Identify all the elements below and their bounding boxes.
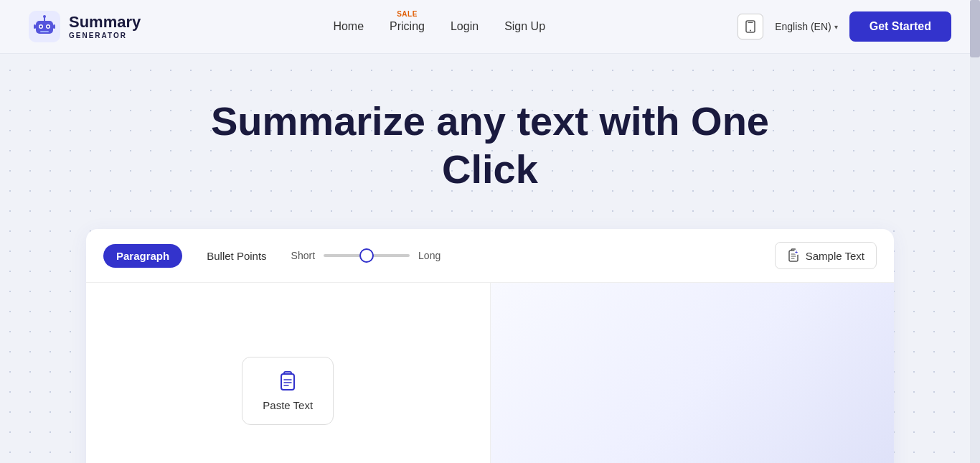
slider-long-label: Long [418, 250, 440, 261]
svg-point-4 [40, 26, 42, 28]
sample-text-label: Sample Text [806, 250, 864, 262]
mobile-icon-button[interactable] [738, 14, 763, 39]
length-slider[interactable] [324, 254, 410, 257]
nav-links: Home SALE Pricing Login Sign Up [333, 20, 545, 33]
slider-short-label: Short [291, 250, 315, 261]
svg-rect-20 [281, 374, 294, 390]
input-panel: Paste Text [86, 283, 491, 463]
tab-paragraph[interactable]: Paragraph [103, 244, 182, 268]
hero-section: Summarize any text with One Click [0, 54, 980, 215]
svg-point-12 [750, 30, 751, 32]
length-slider-container: Short Long [291, 250, 441, 261]
paste-icon [278, 370, 298, 392]
toolbar-left: Paragraph Bullet Points Short Long [103, 244, 440, 268]
logo-icon [29, 11, 60, 42]
smartphone-icon [745, 20, 756, 33]
svg-rect-9 [34, 24, 36, 29]
scrollbar[interactable] [970, 0, 980, 463]
nav-pricing[interactable]: SALE Pricing [390, 20, 425, 33]
language-label: English (EN) [775, 21, 831, 32]
svg-rect-10 [53, 24, 55, 29]
output-panel [491, 283, 895, 463]
hero-title: Summarize any text with One Click [167, 97, 813, 193]
nav-home[interactable]: Home [333, 20, 364, 33]
language-selector[interactable]: English (EN) ▾ [775, 21, 838, 32]
navbar: Summary GENERATOR Home SALE Pricing Logi… [0, 0, 980, 54]
logo-subtitle: GENERATOR [69, 32, 141, 39]
logo-text: Summary GENERATOR [69, 14, 141, 39]
clipboard-icon: + [787, 248, 800, 263]
content-area: Paste Text [86, 283, 894, 463]
nav-signup[interactable]: Sign Up [504, 20, 545, 33]
scrollbar-thumb[interactable] [970, 0, 980, 57]
svg-text:+: + [795, 250, 798, 255]
paste-text-button[interactable]: Paste Text [242, 357, 334, 425]
paste-text-label: Paste Text [263, 399, 313, 411]
svg-point-5 [47, 26, 50, 28]
logo-section: Summary GENERATOR [29, 11, 141, 42]
sale-badge: SALE [397, 10, 418, 18]
get-started-button[interactable]: Get Started [849, 11, 951, 42]
nav-login[interactable]: Login [451, 20, 479, 33]
toolbar-right: + Sample Text [775, 242, 877, 269]
navbar-right: English (EN) ▾ Get Started [738, 11, 951, 42]
tab-bullet-points[interactable]: Bullet Points [194, 244, 279, 268]
svg-rect-8 [40, 31, 49, 32]
chevron-down-icon: ▾ [834, 23, 838, 31]
tool-card: Paragraph Bullet Points Short Long [86, 229, 894, 463]
toolbar: Paragraph Bullet Points Short Long [86, 229, 894, 283]
sample-text-button[interactable]: + Sample Text [775, 242, 877, 269]
logo-title: Summary [69, 14, 141, 31]
svg-point-7 [43, 15, 46, 18]
